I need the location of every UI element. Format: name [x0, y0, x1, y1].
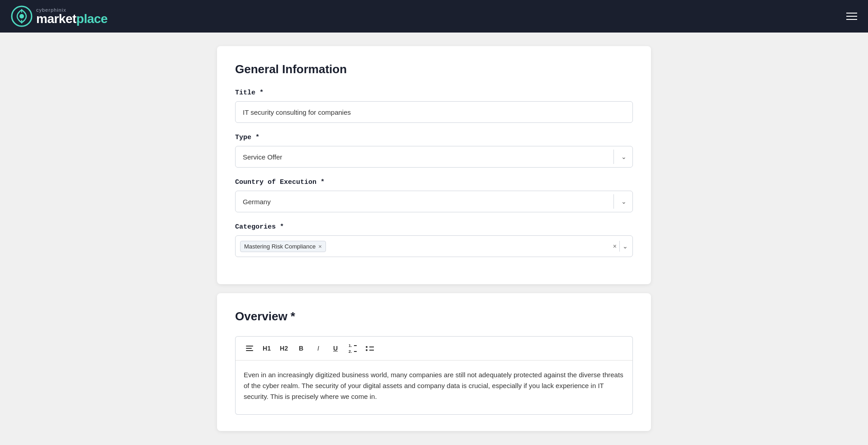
- align-icon: [246, 346, 253, 351]
- svg-point-1: [19, 14, 24, 19]
- unordered-list-icon: [366, 346, 374, 351]
- logo-icon: [11, 5, 33, 27]
- categories-input[interactable]: Mastering Risk Compliance × × ⌄: [235, 235, 633, 257]
- categories-label: Categories *: [235, 223, 633, 231]
- header: cyberphinix marketplace: [0, 0, 868, 33]
- menu-button[interactable]: [846, 13, 857, 20]
- bold-button[interactable]: B: [293, 341, 309, 356]
- categories-actions: × ⌄: [613, 241, 628, 252]
- overview-card: Overview * H1 H2 B I: [217, 293, 651, 431]
- type-select-wrapper: Service Offer Product Training Consultin…: [235, 146, 633, 168]
- categories-group: Categories * Mastering Risk Compliance ×…: [235, 223, 633, 257]
- menu-bar-3: [846, 19, 857, 20]
- logo-text: cyberphinix marketplace: [36, 8, 108, 25]
- category-tag-label: Mastering Risk Compliance: [244, 243, 316, 250]
- main-content: General Information Title * Type * Servi…: [0, 33, 868, 445]
- overview-text: Even in an increasingly digitized busine…: [244, 371, 623, 400]
- italic-button[interactable]: I: [311, 341, 326, 356]
- general-info-title: General Information: [235, 62, 633, 76]
- title-input[interactable]: [235, 101, 633, 123]
- unordered-list-button[interactable]: [362, 341, 377, 356]
- overview-title: Overview *: [235, 309, 633, 323]
- h2-button[interactable]: H2: [276, 341, 292, 356]
- category-tag-remove-icon[interactable]: ×: [318, 244, 322, 249]
- country-select[interactable]: Germany Austria Switzerland United State…: [235, 191, 633, 212]
- brand-main: market: [36, 12, 76, 26]
- align-button[interactable]: [242, 341, 257, 356]
- overview-editor[interactable]: Even in an increasingly digitized busine…: [235, 361, 633, 415]
- title-group: Title *: [235, 89, 633, 123]
- h1-button[interactable]: H1: [259, 341, 274, 356]
- type-select[interactable]: Service Offer Product Training Consultin…: [235, 146, 633, 168]
- logo-area: cyberphinix marketplace: [11, 5, 108, 27]
- categories-divider: [619, 241, 620, 252]
- country-group: Country of Execution * Germany Austria S…: [235, 178, 633, 212]
- country-select-wrapper: Germany Austria Switzerland United State…: [235, 191, 633, 212]
- category-tag-mastering-risk: Mastering Risk Compliance ×: [240, 241, 326, 252]
- categories-clear-icon[interactable]: ×: [613, 243, 617, 250]
- editor-container: H1 H2 B I U 1. 2.: [235, 336, 633, 415]
- general-info-card: General Information Title * Type * Servi…: [217, 46, 651, 284]
- title-label: Title *: [235, 89, 633, 97]
- categories-chevron-icon[interactable]: ⌄: [623, 243, 628, 250]
- brand-accent: place: [76, 12, 108, 26]
- underline-button[interactable]: U: [328, 341, 343, 356]
- menu-bar-1: [846, 13, 857, 14]
- type-label: Type *: [235, 134, 633, 141]
- editor-toolbar: H1 H2 B I U 1. 2.: [235, 336, 633, 361]
- country-label: Country of Execution *: [235, 178, 633, 186]
- type-group: Type * Service Offer Product Training Co…: [235, 134, 633, 168]
- ordered-list-button[interactable]: 1. 2.: [345, 341, 360, 356]
- brand-name: marketplace: [36, 13, 108, 25]
- ordered-list-icon: 1. 2.: [349, 343, 357, 354]
- menu-bar-2: [846, 16, 857, 17]
